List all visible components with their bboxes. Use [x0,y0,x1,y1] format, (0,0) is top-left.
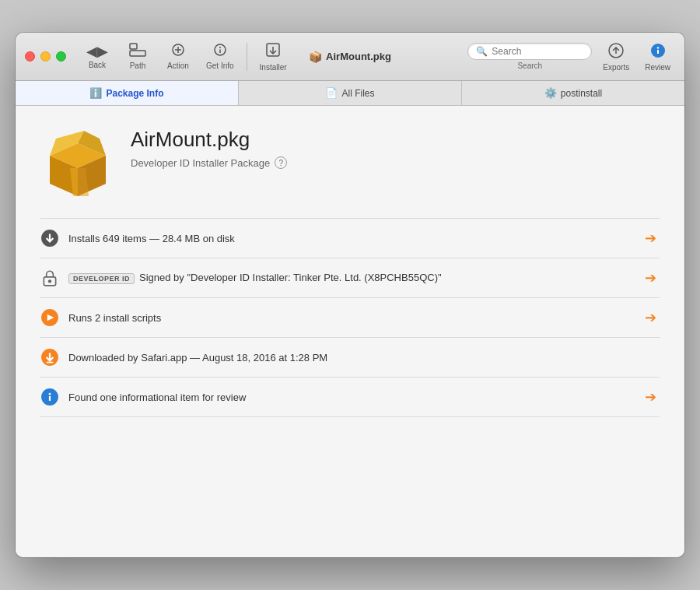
review-row-arrow[interactable]: ➔ [641,388,660,406]
minimize-button[interactable] [40,51,51,61]
scripts-icon [40,308,59,327]
installs-text: Installs 649 items — 28.4 MB on disk [68,233,632,244]
exports-label: Exports [603,63,629,72]
review-row-icon [40,388,59,406]
downloaded-icon [40,348,59,367]
search-label: Search [517,61,542,70]
get-info-button[interactable]: Get Info [200,40,240,74]
installer-label: Installer [260,63,287,72]
signed-arrow[interactable]: ➔ [641,269,660,287]
review-label: Review [645,63,670,72]
installer-icon [264,41,282,63]
path-icon [129,43,146,61]
package-name: AirMount.pkg [131,128,660,152]
back-icon: ◀▶ [86,44,108,61]
tab-postinstall[interactable]: ⚙️ postinstall [462,81,684,105]
tabs-bar: ℹ️ Package Info 📄 All Files ⚙️ postinsta… [16,81,684,106]
back-button[interactable]: ◀▶ Back [79,40,116,73]
tab-all-files[interactable]: 📄 All Files [239,81,462,105]
toolbar-left: ◀▶ Back Path [79,38,293,76]
installer-button[interactable]: Installer [254,38,293,76]
svg-point-13 [656,47,658,48]
path-label: Path [130,61,146,70]
installs-arrow[interactable]: ➔ [641,229,660,248]
package-box-icon [40,128,115,202]
main-window: ◀▶ Back Path [16,33,684,557]
toolbar-right: 🔍 Search Exports [467,40,675,73]
package-header: AirMount.pkg Developer ID Installer Pack… [40,128,660,202]
search-input-wrapper[interactable]: 🔍 [467,43,592,60]
tab-postinstall-label: postinstall [561,88,602,99]
scripts-arrow[interactable]: ➔ [641,308,660,327]
search-icon: 🔍 [476,46,488,57]
search-input[interactable] [492,46,583,57]
tab-package-info-label: Package Info [106,88,163,99]
svg-rect-0 [130,44,137,49]
title-pkg-icon: 📦 [309,51,322,63]
review-row-text: Found one informational item for review [68,392,632,403]
svg-point-24 [48,279,51,283]
review-button[interactable]: Review [640,40,675,73]
info-row-downloaded: Downloaded by Safari.app — August 18, 20… [40,337,660,377]
tab-postinstall-icon: ⚙️ [544,87,557,99]
info-section: Installs 649 items — 28.4 MB on disk ➔ D… [40,218,660,417]
path-button[interactable]: Path [119,40,156,74]
back-label: Back [89,61,106,69]
close-button[interactable] [25,51,35,61]
info-row-scripts: Runs 2 install scripts ➔ [40,297,660,337]
exports-button[interactable]: Exports [598,40,634,73]
tab-package-info-icon: ℹ️ [89,87,102,99]
package-subtitle: Developer ID Installer Package ? [131,156,660,169]
svg-point-31 [49,393,51,395]
developer-badge: DEVELOPER ID [68,273,135,284]
window-title: 📦 AirMount.pkg [309,51,391,63]
downloaded-text: Downloaded by Safari.app — August 18, 20… [68,352,660,363]
scripts-text: Runs 2 install scripts [68,312,632,324]
action-icon [170,43,187,61]
info-row-installs: Installs 649 items — 28.4 MB on disk ➔ [40,218,660,258]
info-row-signed: DEVELOPER IDSigned by "Developer ID Inst… [40,258,660,297]
search-box: 🔍 Search [467,43,592,70]
svg-point-6 [219,47,221,48]
package-header-info: AirMount.pkg Developer ID Installer Pack… [131,128,660,169]
help-icon[interactable]: ? [275,156,287,169]
tab-all-files-icon: 📄 [325,87,338,99]
installs-icon [40,229,59,248]
signed-text: DEVELOPER IDSigned by "Developer ID Inst… [68,272,632,284]
titlebar: ◀▶ Back Path [16,33,684,81]
tab-package-info[interactable]: ℹ️ Package Info [16,81,239,105]
review-icon [649,42,667,63]
info-row-review: Found one informational item for review … [40,377,660,417]
toolbar-separator [247,43,247,71]
package-subtitle-text: Developer ID Installer Package [131,157,270,169]
main-content: AirMount.pkg Developer ID Installer Pack… [16,106,684,557]
svg-rect-1 [130,51,145,56]
traffic-lights [25,51,66,61]
exports-icon [607,42,625,63]
action-button[interactable]: Action [159,40,197,74]
signed-icon [40,269,59,287]
action-label: Action [167,61,189,70]
get-info-icon [212,43,229,61]
get-info-label: Get Info [206,61,234,70]
maximize-button[interactable] [56,51,66,61]
tab-all-files-label: All Files [341,88,374,99]
title-text: AirMount.pkg [326,51,391,62]
